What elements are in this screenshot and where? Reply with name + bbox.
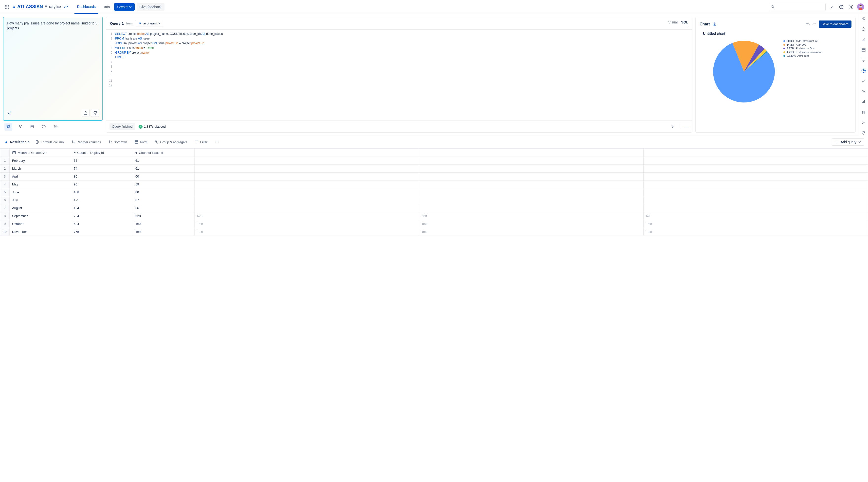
chevron-right-icon[interactable] [671,125,674,129]
pie-icon[interactable] [861,68,867,74]
legend-item: 3.57% Endeavour Ops [783,47,822,50]
svg-point-30 [863,121,863,122]
add-query-button[interactable]: Add query [832,138,864,146]
formula-column-button[interactable]: Formula column [34,139,65,145]
filter-button[interactable]: Filter [193,139,209,145]
table-row[interactable]: 8September704628628628628 [0,212,868,220]
share-icon[interactable] [16,123,24,131]
svg-point-21 [714,24,715,25]
svg-point-27 [862,123,863,124]
nav-dashboards[interactable]: Dashboards [74,0,98,14]
spark-icon[interactable] [861,88,867,94]
table-row[interactable]: 3April8060 [0,173,868,180]
table-icon[interactable] [861,47,867,53]
gear-icon[interactable] [52,123,60,131]
datasource-selector[interactable]: avp-team [135,20,163,26]
candlestick-icon[interactable] [861,109,867,115]
topbar: ATLASSIAN Analytics Dashboards Data Crea… [0,0,868,14]
tab-visual[interactable]: Visual [668,20,678,26]
workspace: How many jira issues are done by project… [0,14,859,136]
svg-rect-31 [36,141,38,143]
ai-mode-icon[interactable] [4,123,12,131]
undo-icon[interactable] [806,22,810,26]
pivot-button[interactable]: Pivot [133,139,149,145]
pie-chart [712,39,776,104]
help-icon[interactable] [837,3,845,11]
notifications-icon[interactable] [828,3,835,11]
result-table: Month of Created At #Count of Deploy Id … [0,148,868,236]
svg-point-28 [863,122,864,122]
table-row[interactable]: 9October684TextTextTextText [0,220,868,228]
chart-section-title: Chart [700,22,710,26]
ascending-icon[interactable] [861,36,867,42]
history-icon[interactable] [40,123,48,131]
more-icon[interactable] [213,139,221,145]
nl-prompt-text: How many jira issues are done by project… [7,21,99,31]
query-status: Query finished [110,123,135,130]
svg-rect-1 [6,5,7,6]
svg-rect-3 [5,6,6,7]
save-to-dashboard-button[interactable]: Save to dashboard [819,21,851,28]
svg-rect-2 [8,5,9,6]
redo-icon[interactable] [812,22,816,26]
table-row[interactable]: 7August13456 [0,204,868,212]
svg-point-37 [218,142,219,142]
collapse-icon[interactable]: — [684,124,689,129]
svg-point-29 [864,122,865,123]
table-row[interactable]: 2March7461 [0,165,868,173]
table-row[interactable]: 10November755TextTextTextText [0,228,868,236]
sort-rows-button[interactable]: Sort rows [107,139,129,145]
nl-prompt-box[interactable]: How many jira issues are done by project… [3,17,103,121]
col-deploy[interactable]: #Count of Deploy Id [71,149,133,157]
svg-point-33 [155,141,157,142]
svg-point-20 [55,126,56,127]
svg-rect-22 [862,48,865,51]
bar-icon[interactable] [861,99,867,105]
product-name: Analytics [44,4,62,9]
svg-point-12 [851,6,852,7]
svg-rect-32 [135,141,138,143]
tab-sql[interactable]: SQL [681,20,688,26]
thumbs-down-button[interactable] [91,109,99,117]
brand-name: ATLASSIAN [17,4,43,9]
line-icon[interactable] [861,78,867,84]
search-input[interactable] [769,3,826,11]
chart-panel: Chart Save to dashboard Untitled chart 8… [695,17,856,133]
result-table-title: Result table [4,140,29,144]
svg-rect-0 [5,5,6,6]
nl-toolbar [3,121,103,133]
nl-panel: How many jira issues are done by project… [3,17,103,133]
table-row[interactable]: 6July12567 [0,196,868,204]
legend-item: 0.533% Arthi-Test [783,54,822,57]
scatter-icon[interactable] [861,119,867,125]
reorder-columns-button[interactable]: Reorder columns [70,139,102,145]
table-row[interactable]: 4May9659 [0,180,868,189]
magic-icon[interactable] [861,26,867,32]
nav-data[interactable]: Data [100,3,113,10]
svg-point-35 [215,142,216,142]
svg-rect-38 [12,151,16,154]
sql-editor[interactable]: 123456789101112 SELECT project.name AS p… [106,30,692,120]
query-elapsed: ✓ 1.887s elapsed [138,125,166,129]
group-aggregate-button[interactable]: Group & aggregate [153,139,189,145]
chart-settings-icon[interactable] [712,22,716,26]
table-row[interactable]: 5June10860 [0,189,868,196]
feedback-button[interactable]: Give feedback [136,3,165,10]
svg-point-34 [157,142,158,143]
legend-item: 14.2% AVP QA [783,43,822,46]
col-month[interactable]: Month of Created At [10,149,71,157]
avatar[interactable] [857,3,864,10]
app-switcher-icon[interactable] [4,4,10,10]
refresh-icon[interactable] [861,130,867,136]
filter-rail-icon[interactable] [861,57,867,63]
table-row[interactable]: 1February5661 [0,157,868,165]
grid-icon[interactable] [28,123,36,131]
create-button[interactable]: Create [114,3,134,10]
expand-icon[interactable] [861,16,867,22]
settings-icon[interactable] [847,3,855,11]
product-logo[interactable]: ATLASSIAN Analytics [12,4,68,9]
thumbs-up-button[interactable] [82,109,90,117]
result-title-label: Result table [10,140,29,144]
col-issue[interactable]: #Count of Issue Id [133,149,194,157]
search-field[interactable] [776,5,824,9]
